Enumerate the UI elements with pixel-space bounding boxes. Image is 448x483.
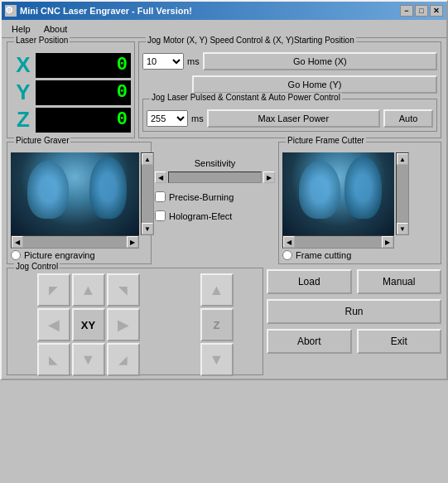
- sensitivity-slider-track[interactable]: [168, 171, 262, 183]
- y-axis-label: Y: [11, 80, 36, 105]
- auto-button[interactable]: Auto: [383, 109, 433, 128]
- picture-frame-cutter-title: Picture Frame Cutter: [286, 136, 366, 145]
- sensitivity-left-arrow[interactable]: ◀: [155, 171, 166, 183]
- hscroll-track[interactable]: [23, 236, 127, 248]
- jog-left-button[interactable]: ◀: [37, 308, 70, 341]
- picture-engraving-label: Picture engraving: [24, 250, 95, 260]
- sensitivity-slider-row: ◀ ▶: [155, 171, 275, 183]
- x-axis-label: X: [11, 52, 36, 78]
- jog-down-left-button[interactable]: ◣: [37, 343, 70, 376]
- y-coord-row: Y 0: [11, 80, 131, 105]
- top-row: Laser Position X 0 Y 0 Z 0 Jog Motor (X,…: [7, 41, 441, 138]
- picture-engraving-radio-row: Picture engraving: [11, 250, 147, 260]
- precise-burning-checkbox[interactable]: [155, 191, 166, 202]
- sensitivity-group: Sensitivity ◀ ▶ Precise-Burning Hologram…: [155, 142, 275, 264]
- picture-engraving-radio[interactable]: [11, 250, 21, 260]
- right-buttons: Load Manual Run Abort Exit: [267, 268, 441, 375]
- jog-motor-group: Jog Motor (X, Y) Speed Control & (X, Y)S…: [138, 41, 441, 138]
- jog-speed-row: 10 20 50 100 ms Go Home (X): [142, 52, 437, 70]
- middle-row: Picture Graver ◀ ▶: [7, 142, 441, 264]
- jog-laser-group: Jog Laser Pulsed & Constant & Auto Power…: [142, 99, 437, 132]
- load-button[interactable]: Load: [267, 269, 352, 294]
- main-window: ⚙ Mini CNC Laser Engraver - Full Version…: [0, 0, 448, 380]
- picture-frame-hscroll[interactable]: ◀ ▶: [282, 235, 394, 249]
- title-bar: ⚙ Mini CNC Laser Engraver - Full Version…: [2, 2, 446, 20]
- window-title: Mini CNC Laser Engraver - Full Version!: [20, 6, 192, 16]
- frame-vscroll-up-arrow[interactable]: [397, 153, 408, 165]
- picture-graver-content: ◀ ▶: [11, 152, 147, 249]
- main-content: Laser Position X 0 Y 0 Z 0 Jog Motor (X,…: [2, 38, 446, 379]
- hscroll-right-arrow[interactable]: ▶: [127, 236, 138, 248]
- frame-hscroll-track[interactable]: [295, 236, 382, 248]
- picture-graver-img-scroll: ◀ ▶: [11, 152, 139, 249]
- picture-frame-content: ◀ ▶: [282, 152, 437, 249]
- jog-down-right-button[interactable]: ◢: [107, 343, 140, 376]
- jog-control-group: Jog Control ◤ ▲ ◥ ◀ XY ▶ ◣ ▼: [7, 268, 263, 375]
- jog-z-down-button[interactable]: ▼: [200, 343, 234, 376]
- picture-frame-img-scroll: ◀ ▶: [282, 152, 394, 249]
- jog-up-button[interactable]: ▲: [72, 273, 105, 307]
- jog-z-grid: ▲ Z ▼: [200, 273, 234, 376]
- sensitivity-title: Sensitivity: [155, 158, 275, 168]
- run-button[interactable]: Run: [267, 299, 441, 324]
- menu-about[interactable]: About: [37, 22, 75, 36]
- maximize-button[interactable]: □: [415, 5, 428, 17]
- hologram-effect-checkbox[interactable]: [155, 210, 166, 221]
- picture-frame-vscroll[interactable]: [396, 152, 409, 235]
- exit-button[interactable]: Exit: [357, 329, 442, 354]
- vscroll-track[interactable]: [142, 165, 153, 223]
- run-row: Run: [267, 299, 441, 324]
- picture-graver-title: Picture Graver: [14, 136, 70, 145]
- jog-up-right-button[interactable]: ◥: [107, 273, 140, 307]
- frame-vscroll-track[interactable]: [397, 165, 408, 223]
- picture-graver-image[interactable]: [11, 152, 139, 235]
- frame-cutting-label: Frame cutting: [296, 250, 351, 260]
- jog-arrows-container: ◤ ▲ ◥ ◀ XY ▶ ◣ ▼ ◢ ▲: [11, 278, 259, 371]
- hscroll-left-arrow[interactable]: ◀: [12, 236, 23, 248]
- jog-right-button[interactable]: ▶: [107, 308, 140, 341]
- picture-graver-hscroll[interactable]: ◀ ▶: [11, 235, 139, 249]
- manual-button[interactable]: Manual: [357, 269, 442, 294]
- menu-help[interactable]: Help: [5, 22, 37, 36]
- frame-hscroll-right-arrow[interactable]: ▶: [382, 236, 393, 248]
- x-coord-row: X 0: [11, 52, 131, 78]
- load-manual-row: Load Manual: [267, 269, 441, 294]
- app-icon: ⚙: [5, 5, 17, 17]
- jog-laser-value-select[interactable]: 255 128 64: [147, 110, 188, 127]
- jog-xy-grid: ◤ ▲ ◥ ◀ XY ▶ ◣ ▼ ◢: [37, 273, 140, 376]
- picture-frame-cutter-group: Picture Frame Cutter ◀ ▶: [278, 142, 441, 264]
- jog-xy-center[interactable]: XY: [72, 308, 105, 341]
- z-coord-row: Z 0: [11, 107, 131, 133]
- title-bar-controls: − □ ✕: [400, 5, 443, 17]
- frame-cutting-radio[interactable]: [282, 250, 292, 260]
- frame-cutting-radio-row: Frame cutting: [282, 250, 437, 260]
- y-coord-value: 0: [36, 80, 131, 105]
- jog-laser-ms-label: ms: [191, 114, 204, 123]
- laser-position-title: Laser Position: [14, 36, 70, 45]
- go-home-x-button[interactable]: Go Home (X): [203, 52, 437, 70]
- jog-speed-select[interactable]: 10 20 50 100: [142, 53, 184, 70]
- close-button[interactable]: ✕: [430, 5, 443, 17]
- z-coord-value: 0: [36, 108, 131, 133]
- picture-graver-vscroll[interactable]: [141, 152, 154, 235]
- hologram-effect-row: Hologram-Efect: [155, 210, 275, 221]
- jog-z-up-button[interactable]: ▲: [200, 273, 234, 307]
- jog-down-button[interactable]: ▼: [72, 343, 105, 376]
- picture-frame-image[interactable]: [282, 152, 394, 235]
- jog-ms-label: ms: [187, 56, 200, 66]
- jog-up-left-button[interactable]: ◤: [37, 273, 70, 307]
- minimize-button[interactable]: −: [400, 5, 413, 17]
- frame-vscroll-down-arrow[interactable]: [397, 223, 408, 234]
- jog-control-title: Jog Control: [14, 262, 60, 271]
- bottom-row: Jog Control ◤ ▲ ◥ ◀ XY ▶ ◣ ▼: [7, 268, 441, 375]
- abort-button[interactable]: Abort: [267, 329, 352, 354]
- vscroll-down-arrow[interactable]: [142, 223, 153, 234]
- max-laser-power-button[interactable]: Max Laser Power: [207, 109, 380, 128]
- vscroll-up-arrow[interactable]: [142, 153, 153, 165]
- frame-hscroll-left-arrow[interactable]: ◀: [283, 236, 295, 248]
- abort-exit-row: Abort Exit: [267, 329, 441, 354]
- jog-z-center[interactable]: Z: [200, 308, 234, 341]
- sensitivity-right-arrow[interactable]: ▶: [263, 171, 275, 183]
- go-home-y-button[interactable]: Go Home (Y): [192, 75, 437, 94]
- jog-gohome-y-row: Go Home (Y): [142, 75, 437, 94]
